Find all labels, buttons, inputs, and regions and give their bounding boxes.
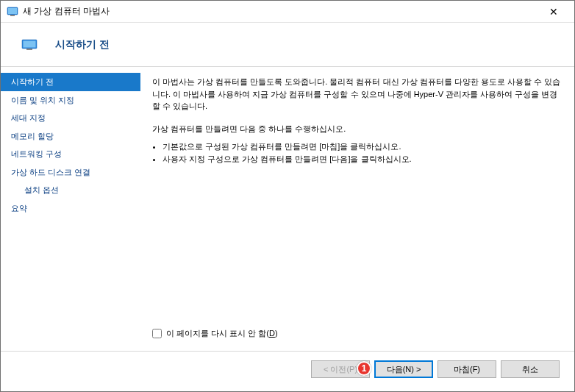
instruction-list: 기본값으로 구성된 가상 컴퓨터를 만들려면 [마침]을 클릭하십시오. 사용자… bbox=[162, 140, 562, 165]
dont-show-again-checkbox[interactable] bbox=[152, 329, 162, 338]
next-button[interactable]: 다음(N) > bbox=[374, 360, 433, 378]
svg-rect-5 bbox=[26, 49, 32, 50]
svg-rect-4 bbox=[24, 40, 36, 47]
wizard-main: 이 마법사는 가상 컴퓨터를 만들도록 도와줍니다. 물리적 컴퓨터 대신 가상… bbox=[140, 67, 574, 351]
window-title: 새 가상 컴퓨터 마법사 bbox=[23, 5, 539, 18]
wizard-sidebar: 시작하기 전 이름 및 위치 지정 세대 지정 메모리 할당 네트워킹 구성 가… bbox=[1, 67, 140, 351]
sidebar-item-summary[interactable]: 요약 bbox=[1, 199, 140, 218]
dont-show-again-row: 이 페이지를 다시 표시 안 함(D) bbox=[152, 328, 562, 339]
titlebar: 새 가상 컴퓨터 마법사 ✕ bbox=[1, 1, 574, 23]
wizard-content: 시작하기 전 이름 및 위치 지정 세대 지정 메모리 할당 네트워킹 구성 가… bbox=[1, 67, 574, 351]
sidebar-item-label: 요약 bbox=[11, 204, 27, 213]
intro-paragraph-2: 가상 컴퓨터를 만들려면 다음 중 하나를 수행하십시오. bbox=[152, 123, 562, 135]
sidebar-item-memory[interactable]: 메모리 할당 bbox=[1, 127, 140, 146]
sidebar-item-label: 시작하기 전 bbox=[11, 77, 54, 86]
svg-rect-1 bbox=[8, 8, 17, 14]
sidebar-item-generation[interactable]: 세대 지정 bbox=[1, 109, 140, 127]
sidebar-item-install-options[interactable]: 설치 옵션 bbox=[1, 181, 140, 199]
instruction-item-finish: 기본값으로 구성된 가상 컴퓨터를 만들려면 [마침]을 클릭하십시오. bbox=[162, 140, 562, 153]
sidebar-item-label: 이름 및 위치 지정 bbox=[11, 96, 74, 104]
sidebar-item-virtual-hdd[interactable]: 가상 하드 디스크 연결 bbox=[1, 163, 140, 182]
wizard-header-icon bbox=[21, 39, 38, 51]
app-icon bbox=[7, 6, 18, 18]
wizard-header: 시작하기 전 bbox=[1, 23, 574, 67]
sidebar-item-networking[interactable]: 네트워킹 구성 bbox=[1, 145, 140, 163]
wizard-footer: < 이전(P) 다음(N) > 마침(F) 취소 1 bbox=[1, 352, 574, 387]
sidebar-item-label: 메모리 할당 bbox=[11, 132, 54, 140]
sidebar-item-label: 네트워킹 구성 bbox=[11, 149, 62, 158]
sidebar-item-label: 설치 옵션 bbox=[24, 185, 59, 194]
sidebar-item-name-location[interactable]: 이름 및 위치 지정 bbox=[1, 91, 140, 110]
instruction-item-next: 사용자 지정 구성으로 가상 컴퓨터를 만들려면 [다음]을 클릭하십시오. bbox=[162, 153, 562, 165]
callout-badge-1: 1 bbox=[357, 361, 371, 376]
sidebar-item-before-you-begin[interactable]: 시작하기 전 bbox=[1, 73, 140, 91]
intro-paragraph-1: 이 마법사는 가상 컴퓨터를 만들도록 도와줍니다. 물리적 컴퓨터 대신 가상… bbox=[152, 76, 562, 113]
svg-rect-2 bbox=[10, 15, 15, 16]
sidebar-item-label: 세대 지정 bbox=[11, 113, 46, 122]
dont-show-again-label[interactable]: 이 페이지를 다시 표시 안 함(D) bbox=[166, 328, 278, 339]
sidebar-item-label: 가상 하드 디스크 연결 bbox=[11, 168, 90, 177]
finish-button[interactable]: 마침(F) bbox=[438, 360, 496, 378]
wizard-step-title: 시작하기 전 bbox=[55, 38, 110, 51]
close-button[interactable]: ✕ bbox=[539, 1, 568, 23]
cancel-button[interactable]: 취소 bbox=[501, 360, 560, 378]
